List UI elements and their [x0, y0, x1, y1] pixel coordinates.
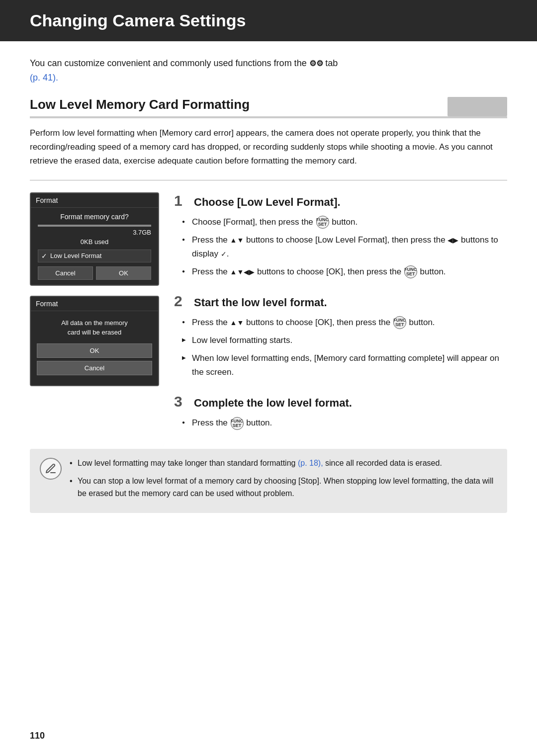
page-title: Changing Camera Settings: [30, 11, 507, 30]
screen2-cancel-btn[interactable]: Cancel: [37, 361, 152, 375]
step-3-title: Complete the low level format.: [194, 397, 352, 410]
check-display-icon: ✓: [221, 250, 227, 258]
step-2-bullet-1: Press the ▲▼ buttons to choose [OK], the…: [182, 316, 507, 330]
step-1-bullet-3: Press the ▲▼◀▶ buttons to choose [OK], t…: [182, 265, 507, 279]
left-right-arrows: ◀▶: [448, 236, 458, 244]
step-3-bullet-1: Press the FUNCSET button.: [182, 416, 507, 430]
checkmark-icon: ✓: [41, 252, 47, 260]
step-2-bullets: Press the ▲▼ buttons to choose [OK], the…: [174, 316, 507, 379]
camera-screen-1: Format Format memory card? 3.7GB 0KB use…: [30, 192, 159, 286]
step-3-block: 3 Complete the low level format. Press t…: [174, 393, 507, 430]
page-number: 110: [30, 731, 45, 741]
screen2-body: All data on the memorycard will be erase…: [31, 311, 158, 385]
screen1-buttons: Cancel OK: [38, 266, 151, 280]
screen1-option-label: Low Level Format: [50, 252, 101, 259]
screen1-header: Format: [31, 193, 158, 208]
func-set-label-2: FUNCSET: [404, 267, 417, 276]
note-pencil-icon: [40, 458, 62, 480]
main-layout: Format Format memory card? 3.7GB 0KB use…: [30, 192, 507, 444]
screen1-cancel-btn[interactable]: Cancel: [38, 266, 93, 280]
page-header: Changing Camera Settings: [0, 0, 537, 41]
step-2-header: 2 Start the low level format.: [174, 293, 507, 310]
step-3-header: 3 Complete the low level format.: [174, 393, 507, 410]
step-1-number: 1: [174, 192, 188, 209]
step-2-block: 2 Start the low level format. Press the …: [174, 293, 507, 379]
page-container: Changing Camera Settings You can customi…: [0, 0, 537, 756]
func-set-btn-4: FUNCSET: [231, 417, 244, 430]
note-item-1: Low level formatting may take longer tha…: [70, 457, 497, 470]
intro-link[interactable]: (p. 41).: [30, 73, 58, 83]
step-2-arrow-2: When low level formatting ends, [Memory …: [182, 351, 507, 379]
tab-word: tab: [325, 58, 338, 68]
func-set-label-1: FUNCSET: [316, 218, 329, 227]
func-set-btn-2: FUNCSET: [404, 265, 417, 278]
up-down-arrows-2: ▲▼: [230, 319, 244, 327]
func-set-btn-1: FUNCSET: [316, 216, 329, 229]
screen2-message: All data on the memorycard will be erase…: [37, 318, 152, 337]
step-1-bullet-1: Choose [Format], then press the FUNCSET …: [182, 215, 507, 229]
progress-bar: [38, 225, 151, 227]
step-1-bullet-2: Press the ▲▼ buttons to choose [Low Leve…: [182, 233, 507, 261]
camera-screen-2: Format All data on the memorycard will b…: [30, 296, 159, 386]
screen2-header: Format: [31, 297, 158, 311]
tab-symbol: ⚙⚙: [309, 59, 325, 68]
all-arrows: ▲▼◀▶: [230, 268, 255, 276]
intro-text: You can customize convenient and commonl…: [30, 56, 507, 85]
step-1-title: Choose [Low Level Format].: [194, 196, 341, 209]
step-1-bullets: Choose [Format], then press the FUNCSET …: [174, 215, 507, 279]
step-3-bullets: Press the FUNCSET button.: [174, 416, 507, 430]
note-box: Low level formatting may take longer tha…: [30, 449, 507, 513]
note-item-2: You can stop a low level format of a mem…: [70, 475, 497, 500]
screen1-option: ✓ Low Level Format: [38, 250, 151, 262]
func-set-label-3: FUNCSET: [393, 318, 406, 327]
section-description: Perform low level formatting when [Memor…: [30, 126, 507, 168]
screen1-used: 0KB used: [38, 238, 151, 246]
section-heading: Low Level Memory Card Formatting: [30, 97, 507, 118]
step-3-number: 3: [174, 393, 188, 410]
up-down-arrows: ▲▼: [230, 236, 244, 244]
func-set-label-4: FUNCSET: [231, 419, 243, 428]
note-link-1[interactable]: (p. 18),: [298, 459, 323, 467]
note-list: Low level formatting may take longer tha…: [70, 457, 497, 500]
divider: [30, 180, 507, 180]
step-1-header: 1 Choose [Low Level Format].: [174, 192, 507, 209]
func-set-btn-3: FUNCSET: [393, 316, 406, 329]
intro-main: You can customize convenient and commonl…: [30, 58, 307, 68]
step-2-title: Start the low level format.: [194, 296, 327, 309]
step-1-block: 1 Choose [Low Level Format]. Choose [For…: [174, 192, 507, 279]
screenshots-column: Format Format memory card? 3.7GB 0KB use…: [30, 192, 159, 386]
note-content: Low level formatting may take longer tha…: [70, 457, 497, 505]
screen1-ok-btn[interactable]: OK: [96, 266, 151, 280]
step-2-arrow-1: Low level formatting starts.: [182, 334, 507, 347]
step-2-number: 2: [174, 293, 188, 310]
screen1-question: Format memory card?: [38, 213, 151, 221]
steps-column: 1 Choose [Low Level Format]. Choose [For…: [174, 192, 507, 444]
screen1-body: Format memory card? 3.7GB 0KB used ✓ Low…: [31, 208, 158, 285]
screen2-ok-btn[interactable]: OK: [37, 343, 152, 358]
screen1-size: 3.7GB: [38, 229, 151, 236]
